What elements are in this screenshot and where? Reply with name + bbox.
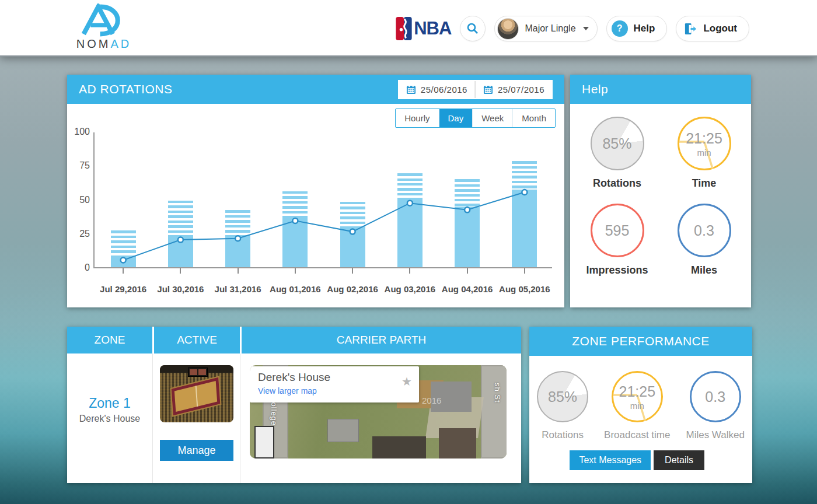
line-marker — [235, 236, 240, 241]
manage-button[interactable]: Manage — [160, 440, 233, 461]
x-axis-tick — [180, 268, 181, 274]
line-marker — [121, 258, 126, 263]
zone-performance-stats: 85% Rotations 21:25 min Broadcast time 0… — [529, 356, 752, 441]
y-axis-tick-label: 0 — [67, 262, 90, 273]
map-watermark: 2016 — [422, 396, 441, 405]
zone-name[interactable]: Zone 1 — [67, 396, 152, 411]
search-button[interactable] — [460, 16, 486, 41]
rotations-chart: 0255075100Jul 29,2016Jul 30,2016Jul 31,2… — [93, 132, 552, 268]
y-axis-tick-label: 25 — [67, 229, 90, 239]
x-axis-tick-label: Aug 05,2016 — [496, 284, 553, 294]
line-marker — [178, 237, 183, 243]
line-marker — [522, 190, 527, 195]
rotations-value: 85% — [548, 388, 577, 405]
x-axis-tick — [238, 268, 239, 274]
x-axis-tick-label: Aug 04,2016 — [439, 284, 496, 294]
street-label-right: sh St — [493, 383, 502, 403]
y-axis-tick-label: 50 — [67, 195, 90, 205]
map-control-box — [254, 426, 274, 459]
nomad-logo: NOMAD — [69, 4, 139, 51]
time-label: Time — [692, 177, 717, 190]
line-marker — [465, 207, 470, 212]
table-row: Zone 1 Derek's House Manage — [67, 354, 521, 483]
stat-rotations: 85% Rotations — [574, 117, 661, 190]
nomad-logo-mark-icon — [79, 4, 128, 37]
brand-name-suffix: AD — [110, 37, 131, 50]
search-icon — [466, 22, 479, 35]
ad-rotations-title: AD ROTATIONS — [79, 82, 172, 96]
column-header-active: ACTIVE — [152, 327, 240, 354]
map-road-right — [481, 365, 507, 459]
broadcast-time-unit: min — [630, 401, 644, 411]
miles-walked-value: 0.3 — [705, 388, 725, 405]
zone-performance-panel: ZONE PERFORMANCE 85% Rotations 21:25 min… — [529, 327, 752, 483]
x-axis-tick — [295, 268, 296, 274]
nba-logo: NBA — [396, 17, 451, 40]
arena-court — [172, 377, 221, 416]
help-button[interactable]: ? Help — [606, 16, 668, 41]
avatar — [497, 18, 519, 40]
y-axis-tick-label: 75 — [67, 160, 90, 171]
impressions-label: Impressions — [586, 264, 648, 276]
impressions-value: 595 — [605, 222, 630, 239]
nba-wordmark: NBA — [414, 18, 451, 39]
view-larger-map-link[interactable]: View larger map — [258, 386, 411, 396]
top-header: NOMAD NBA Major Lingle ? — [0, 0, 817, 57]
broadcast-clock-chart: 21:25 min — [612, 371, 663, 422]
date-to-picker[interactable]: 25/07/2016 — [476, 81, 551, 98]
rotations-pie-chart: 85% — [537, 371, 588, 422]
map-info-card: Derek's House View larger map ★ — [250, 366, 419, 402]
tab-day[interactable]: Day — [439, 109, 473, 127]
x-axis-tick — [524, 268, 525, 274]
broadcast-time-value: 21:25 — [619, 383, 655, 400]
x-axis-tick — [352, 268, 353, 274]
text-messages-button[interactable]: Text Messages — [570, 450, 651, 470]
miles-ring: 0.3 — [678, 204, 731, 257]
miles-label: Miles — [691, 264, 717, 276]
zones-table: ZONE ACTIVE CARRIER PARTH Zone 1 Derek's… — [67, 327, 521, 483]
x-axis-tick-label: Aug 02,2016 — [324, 284, 381, 294]
miles-walked-label: Miles Walked — [686, 429, 744, 441]
map-house-roof — [372, 436, 426, 459]
user-name: Major Lingle — [525, 23, 575, 34]
x-axis-tick — [123, 268, 124, 274]
time-value: 21:25 — [686, 130, 722, 147]
date-from-picker[interactable]: 25/06/2016 — [399, 81, 474, 98]
rotations-pie-chart: 85% — [591, 117, 644, 170]
help-stats: 85% Rotations 21:25 min Time 595 Impress… — [570, 104, 751, 276]
stat-rotations: 85% Rotations — [537, 371, 588, 441]
arena-scoreboard — [188, 368, 208, 377]
active-cell: Manage — [152, 354, 240, 483]
tab-week[interactable]: Week — [472, 109, 512, 127]
rotations-label: Rotations — [593, 177, 641, 190]
map-house-roof — [439, 428, 476, 459]
miles-walked-ring: 0.3 — [690, 371, 741, 422]
satellite-map[interactable]: N College sh St 2016 Derek's House View … — [250, 365, 507, 459]
miles-value: 0.3 — [694, 222, 714, 239]
ad-rotations-header: AD ROTATIONS 25/06/2016 — [67, 75, 564, 104]
tab-month[interactable]: Month — [512, 109, 555, 127]
zone-performance-title: ZONE PERFORMANCE — [572, 334, 710, 348]
help-panel: Help 85% Rotations 21:25 min Time 595 — [570, 75, 751, 307]
impressions-ring: 595 — [591, 204, 644, 257]
map-shed — [327, 419, 359, 442]
x-axis-tick-label: Jul 29,2016 — [95, 284, 152, 294]
star-icon[interactable]: ★ — [401, 374, 412, 388]
x-axis-tick-label: Aug 03,2016 — [381, 284, 438, 294]
question-icon: ? — [612, 20, 628, 37]
calendar-icon — [406, 85, 416, 94]
details-button[interactable]: Details — [654, 450, 704, 470]
x-axis-tick — [467, 268, 468, 274]
chevron-down-icon — [583, 27, 589, 30]
granularity-tabs: Hourly Day Week Month — [395, 108, 556, 128]
line-series — [95, 132, 553, 268]
stat-miles-walked: 0.3 Miles Walked — [686, 371, 744, 441]
help-panel-title: Help — [582, 82, 608, 96]
tab-hourly[interactable]: Hourly — [396, 109, 438, 127]
y-axis-tick-label: 100 — [67, 127, 90, 137]
logout-button[interactable]: Logout — [676, 16, 749, 41]
brand-name-prefix: NOM — [76, 37, 111, 50]
nba-logoman-icon — [396, 17, 412, 40]
date-range: 25/06/2016 25/07/2016 — [398, 80, 553, 99]
user-menu[interactable]: Major Lingle — [494, 16, 597, 41]
